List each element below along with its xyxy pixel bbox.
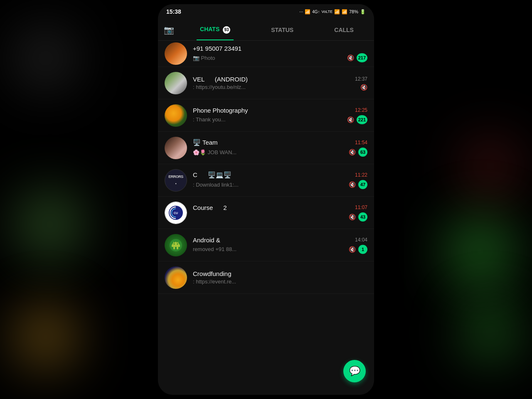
chat-name: Phone Photography <box>193 107 248 114</box>
chat-content: C 🖥️💻🖥️ 11:22 : Download link1:... 🔇 47 <box>193 171 367 189</box>
chat-header: +91 95007 23491 <box>193 45 367 52</box>
navigation-bar: 📷 CHATS 93 STATUS CALLS <box>158 19 374 41</box>
status-icons: ··· 📶 4G↑ VoLTE 📶 📶 78% 🔋 <box>299 9 366 15</box>
chat-name: 🖥️ Team <box>193 139 218 146</box>
chat-content: Phone Photography 12:25 : Thank you... 🔇… <box>193 107 367 124</box>
list-item[interactable]: Crowdfunding : https://event.re... <box>158 261 374 294</box>
chat-meta: 🔇 <box>360 84 367 91</box>
network-dots-icon: ··· <box>299 9 303 14</box>
chat-header: Phone Photography 12:25 <box>193 107 367 114</box>
chat-name: Android & <box>193 236 220 244</box>
chat-name: Crowdfunding <box>193 270 232 277</box>
chat-time: 14:04 <box>355 237 367 243</box>
chat-content: VEL (ANDROID) 12:37 : https://youtu.be/n… <box>193 76 367 91</box>
chat-meta: 🔇 221 <box>347 115 367 124</box>
chat-meta: 🔇 217 <box>347 53 367 62</box>
chat-time: 11:07 <box>355 204 367 210</box>
chat-preview-text: removed +91 88... <box>193 246 301 252</box>
chat-preview: : https://event.re... <box>193 278 367 285</box>
tab-calls[interactable]: CALLS <box>331 25 357 35</box>
bg-blob-bottomright <box>449 291 532 374</box>
list-item[interactable]: CU Course 2 11:07 🔇 43 <box>158 197 374 229</box>
list-item[interactable]: 🖥️ Team 11:54 🌸🌷 JOB WAN... 🔇 63 <box>158 132 374 164</box>
nav-tabs: CHATS 93 STATUS CALLS <box>180 24 374 35</box>
chat-name: Course 2 <box>193 204 227 211</box>
chat-name: +91 95007 23491 <box>193 45 241 52</box>
list-item[interactable]: ERRORS. C 🖥️💻🖥️ 11:22 : Download link1:.… <box>158 164 374 197</box>
sim1-icon: 📶 <box>305 9 310 15</box>
avatar <box>165 266 187 289</box>
tab-status-label: STATUS <box>271 27 293 33</box>
tab-chats[interactable]: CHATS 93 <box>197 24 234 35</box>
list-item[interactable]: Android & 14:04 removed +91 88... 🔇 1 <box>158 229 374 261</box>
mute-icon: 🔇 <box>349 246 356 253</box>
list-item[interactable]: Phone Photography 12:25 : Thank you... 🔇… <box>158 99 374 132</box>
unread-badge: 63 <box>358 148 367 157</box>
svg-point-3 <box>174 243 175 244</box>
bg-blob-midleft <box>0 175 100 274</box>
chat-time: 11:22 <box>355 172 367 178</box>
avatar <box>165 42 187 65</box>
chat-header: Course 2 11:07 <box>193 204 367 211</box>
chat-time: 11:54 <box>355 140 367 145</box>
chat-list: +91 95007 23491 📷 Photo 🔇 217 VEL (ANDRO… <box>158 41 374 395</box>
chat-meta: 🔇 43 <box>349 212 367 222</box>
battery-text: 78% <box>349 9 358 14</box>
bg-blob-bottomleft <box>0 291 91 382</box>
avatar: CU <box>165 202 187 224</box>
list-item[interactable]: VEL (ANDROID) 12:37 : https://youtu.be/n… <box>158 67 374 99</box>
avatar <box>165 137 187 159</box>
bg-blob-topright <box>449 125 532 208</box>
avatar <box>165 234 187 256</box>
chat-bubble-icon: 💬 <box>349 366 360 377</box>
chat-header: 🖥️ Team 11:54 <box>193 139 367 146</box>
chat-meta: 🔇 47 <box>349 180 367 189</box>
chat-preview: : Thank you... 🔇 221 <box>193 115 367 124</box>
chat-preview-text: 📷 Photo <box>193 55 301 61</box>
mute-icon: 🔇 <box>347 116 354 123</box>
chat-preview-text: : https://event.re... <box>193 278 301 285</box>
mute-icon: 🔇 <box>349 181 356 188</box>
chat-preview: 📷 Photo 🔇 217 <box>193 53 367 62</box>
chat-preview: 🌸🌷 JOB WAN... 🔇 63 <box>193 148 367 157</box>
tab-chats-label: CHATS <box>200 26 219 32</box>
chat-preview-text: : https://youtu.be/nlz... <box>193 84 301 90</box>
chat-content: Crowdfunding : https://event.re... <box>193 270 367 285</box>
chat-preview-text: : Thank you... <box>193 116 301 123</box>
mute-icon: 🔇 <box>349 149 356 155</box>
chat-preview: : https://youtu.be/nlz... 🔇 <box>193 84 367 91</box>
unread-badge: 217 <box>357 53 367 62</box>
new-chat-fab[interactable]: 💬 <box>343 360 366 382</box>
chats-badge: 93 <box>223 26 230 34</box>
phone-frame: 15:38 ··· 📶 4G↑ VoLTE 📶 📶 78% 🔋 📷 CHATS … <box>158 4 374 395</box>
chat-preview: : Download link1:... 🔇 47 <box>193 180 367 189</box>
course-unity-logo: CU <box>165 202 187 224</box>
chat-time: 12:25 <box>355 107 367 113</box>
list-item[interactable]: +91 95007 23491 📷 Photo 🔇 217 <box>158 41 374 67</box>
unread-badge: 221 <box>357 115 367 124</box>
chat-content: Course 2 11:07 🔇 43 <box>193 204 367 222</box>
chat-time: 12:37 <box>355 76 367 82</box>
chat-preview-text: 🌸🌷 JOB WAN... <box>193 149 301 155</box>
chat-header: VEL (ANDROID) 12:37 <box>193 76 367 83</box>
battery-icon: 🔋 <box>360 9 366 15</box>
svg-text:CU: CU <box>174 212 178 214</box>
bg-blob-midright <box>428 200 532 303</box>
chat-header: Crowdfunding <box>193 270 367 277</box>
svg-point-4 <box>177 243 178 244</box>
wifi-icon: 📶 <box>342 9 347 15</box>
unread-badge: 43 <box>358 212 367 222</box>
chat-name: VEL (ANDROID) <box>193 76 248 83</box>
chat-header: C 🖥️💻🖥️ 11:22 <box>193 171 367 179</box>
camera-icon: 📷 <box>164 25 174 35</box>
status-time: 15:38 <box>166 8 181 15</box>
mute-icon: 🔇 <box>349 214 356 220</box>
chat-meta: 🔇 63 <box>349 148 367 157</box>
chat-content: +91 95007 23491 📷 Photo 🔇 217 <box>193 45 367 62</box>
tab-status[interactable]: STATUS <box>268 25 297 35</box>
sim2-icon: 📶 <box>334 9 340 15</box>
avatar <box>165 72 187 94</box>
tab-calls-label: CALLS <box>334 27 354 33</box>
status-bar: 15:38 ··· 📶 4G↑ VoLTE 📶 📶 78% 🔋 <box>158 4 374 19</box>
camera-button[interactable]: 📷 <box>158 25 180 35</box>
